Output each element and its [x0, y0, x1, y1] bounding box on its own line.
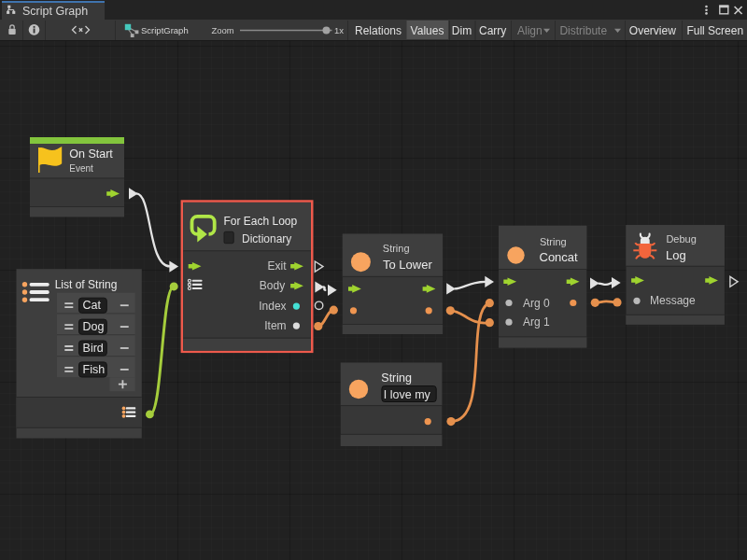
svg-text:Full Screen: Full Screen: [686, 24, 743, 37]
svg-text:Item: Item: [264, 319, 286, 332]
svg-text:I love my: I love my: [384, 388, 431, 401]
svg-text:Overview: Overview: [629, 24, 676, 37]
svg-text:Dim: Dim: [452, 24, 472, 37]
svg-text:Carry: Carry: [479, 24, 506, 37]
svg-text:Relations: Relations: [355, 24, 402, 37]
svg-text:On Start: On Start: [69, 147, 113, 161]
svg-text:Distribute: Distribute: [559, 24, 607, 37]
svg-text:Index: Index: [259, 300, 286, 313]
svg-text:For Each Loop: For Each Loop: [224, 215, 298, 228]
svg-text:Zoom: Zoom: [212, 25, 234, 35]
svg-text:Values: Values: [411, 24, 444, 37]
svg-text:Cat: Cat: [83, 299, 102, 312]
svg-text:Fish: Fish: [83, 363, 106, 376]
svg-text:Arg 1: Arg 1: [523, 315, 550, 329]
svg-text:Dog: Dog: [83, 320, 105, 333]
svg-text:Debug: Debug: [666, 233, 696, 245]
svg-text:Event: Event: [69, 163, 93, 174]
svg-text:Log: Log: [666, 248, 686, 262]
svg-text:Exit: Exit: [268, 259, 288, 273]
svg-text:String: String: [383, 243, 410, 254]
svg-text:Body: Body: [260, 279, 285, 292]
svg-text:Align: Align: [517, 24, 543, 37]
svg-text:Bird: Bird: [83, 342, 104, 355]
svg-text:Concat: Concat: [540, 250, 579, 264]
svg-text:To Lower: To Lower: [383, 258, 432, 272]
svg-text:Message: Message: [650, 294, 696, 307]
svg-text:String: String: [381, 371, 412, 385]
svg-text:Dictionary: Dictionary: [242, 232, 291, 245]
svg-text:List of String: List of String: [55, 278, 118, 291]
svg-text:1x: 1x: [334, 25, 344, 35]
svg-text:Script Graph: Script Graph: [22, 5, 88, 18]
svg-text:ScriptGraph: ScriptGraph: [141, 25, 189, 35]
svg-text:Arg 0: Arg 0: [523, 297, 550, 310]
svg-text:String: String: [540, 236, 567, 247]
